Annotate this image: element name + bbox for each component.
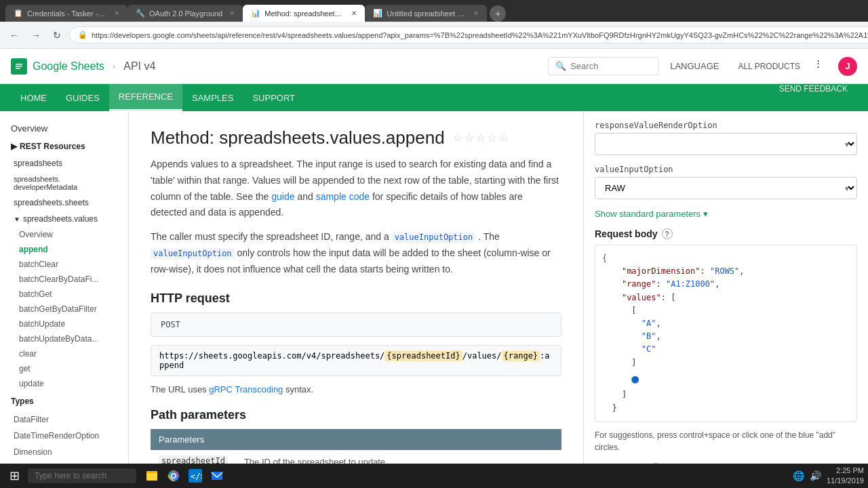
site-logo: Google Sheets › API v4 xyxy=(11,58,155,75)
sidebar-sv-update[interactable]: update xyxy=(0,376,128,391)
tab-close[interactable]: ✕ xyxy=(229,9,235,17)
tab-oauth[interactable]: 🔧 OAuth 2.0 Playground ✕ xyxy=(127,5,243,22)
taskbar-search-input[interactable] xyxy=(28,468,136,483)
sidebar: Overview ▶ REST Resources spreadsheets s… xyxy=(0,111,129,464)
star-5[interactable]: ☆ xyxy=(499,131,509,144)
tab-close[interactable]: ✕ xyxy=(114,9,119,17)
tab-favicon: 🔧 xyxy=(136,9,145,18)
star-1[interactable]: ☆ xyxy=(453,131,462,144)
forward-button[interactable]: → xyxy=(27,27,45,43)
sidebar-sv-batchupdatebydata[interactable]: batchUpdateByData... xyxy=(0,331,128,346)
response-select[interactable] xyxy=(595,133,857,155)
tab-favicon: 📋 xyxy=(14,9,23,18)
star-4[interactable]: ☆ xyxy=(488,131,497,144)
taskbar-apps: </> xyxy=(142,466,227,486)
sidebar-rest-resources[interactable]: ▶ REST Resources xyxy=(0,138,128,155)
taskbar-time: 2:25 PM 11/19/2019 xyxy=(827,466,864,487)
url-param-range: {range} xyxy=(502,350,540,361)
json-val-b: "B" xyxy=(642,331,656,341)
sidebar-sv-batchget[interactable]: batchGet xyxy=(0,287,128,302)
tab-method[interactable]: 📊 Method: spreadsheets.values.app... ✕ xyxy=(243,5,365,22)
sidebar-sv-get[interactable]: get xyxy=(0,361,128,376)
taskbar-right: 🌐 🔊 2:25 PM 11/19/2019 xyxy=(793,466,864,487)
help-icon[interactable]: ? xyxy=(662,228,673,239)
sidebar-sv-batchclear[interactable]: batchClear xyxy=(0,257,128,272)
svg-rect-3 xyxy=(16,68,20,69)
main-description-2: The caller must specify the spreadsheet … xyxy=(151,229,561,277)
sidebar-sv-batchupdate[interactable]: batchUpdate xyxy=(0,317,128,331)
valueinputoption-code-1: valueInputOption xyxy=(392,232,476,243)
sidebar-sv-batchgetbydatafilter[interactable]: batchGetByDataFilter xyxy=(0,302,128,317)
sidebar-type-dimension[interactable]: Dimension xyxy=(0,444,128,460)
nav-samples[interactable]: SAMPLES xyxy=(182,84,243,111)
all-products-button[interactable]: ALL PRODUCTS xyxy=(732,59,806,74)
back-button[interactable]: ← xyxy=(5,27,23,43)
new-tab-button[interactable]: + xyxy=(490,5,506,22)
svg-rect-5 xyxy=(146,473,157,481)
logo-product: Google Sheets xyxy=(33,60,104,73)
star-3[interactable]: ☆ xyxy=(476,131,486,144)
path-params-table: Parameters spreadsheetIdstring The ID of… xyxy=(151,429,561,464)
http-request-title: HTTP request xyxy=(151,291,561,306)
more-options-button[interactable]: ⋮ xyxy=(814,58,830,75)
system-icons: 🌐 🔊 xyxy=(793,470,821,481)
language-button[interactable]: LANGUAGE xyxy=(665,58,724,74)
taskbar-app-explorer[interactable] xyxy=(142,466,162,486)
sidebar-sv-batchclearbydatafi[interactable]: batchClearByDataFi... xyxy=(0,272,128,287)
reload-button[interactable]: ↻ xyxy=(49,27,65,43)
nav-home[interactable]: HOME xyxy=(11,84,56,111)
sidebar-spreadsheets[interactable]: spreadsheets xyxy=(0,155,128,171)
taskbar-app-vscode[interactable]: </> xyxy=(185,466,205,486)
sidebar-sv-overview[interactable]: Overview xyxy=(0,227,128,242)
nav-send-feedback[interactable]: SEND FEEDBACK xyxy=(770,84,857,94)
nav-reference[interactable]: REFERENCE xyxy=(109,84,182,111)
request-body-editor[interactable]: { "majorDimension": "ROWS", "range": "A1… xyxy=(595,245,857,422)
main-description: Appends values to a spreadsheet. The inp… xyxy=(151,157,561,221)
network-icon: 🌐 xyxy=(793,470,804,481)
value-input-select[interactable]: RAW INPUT_VALUE_OPTION_UNSPECIFIED USER_… xyxy=(595,177,857,199)
taskbar-app-chrome[interactable] xyxy=(163,466,184,486)
grpc-transcoding-link[interactable]: gRPC Transcoding xyxy=(209,384,283,394)
sidebar-type-datafilter[interactable]: DataFilter xyxy=(0,411,128,428)
nav-support[interactable]: SUPPORT xyxy=(243,84,304,111)
nav-guides[interactable]: GUIDES xyxy=(56,84,109,111)
sample-code-link[interactable]: sample code xyxy=(316,191,370,202)
http-method: POST xyxy=(151,312,561,337)
sidebar-spreadsheets-dev[interactable]: spreadsheets. developerMetadata xyxy=(0,171,128,195)
param-name: spreadsheetId xyxy=(159,455,228,464)
sidebar-spreadsheets-values[interactable]: ▼ spreadsheets.values xyxy=(0,211,128,227)
json-val-c: "C" xyxy=(642,344,656,354)
add-circle-icon[interactable]: ● xyxy=(631,371,639,386)
sidebar-type-datetimerenderoption[interactable]: DateTimeRenderOption xyxy=(0,428,128,444)
tab-bar: 📋 Credentials - Tasker - Google Cl... ✕ … xyxy=(0,0,868,22)
svg-rect-1 xyxy=(16,64,22,65)
tab-spreadsheet[interactable]: 📊 Untitled spreadsheet - Google S... ✕ xyxy=(365,5,487,22)
search-input[interactable] xyxy=(570,61,652,71)
sidebar-sv-clear[interactable]: clear xyxy=(0,346,128,361)
user-avatar[interactable]: J xyxy=(838,57,857,76)
right-panel: responseValueRenderOption valueInputOpti… xyxy=(583,111,868,464)
address-bar[interactable]: 🔒 https://developers.google.com/sheets/a… xyxy=(69,26,868,43)
svg-rect-12 xyxy=(212,472,222,480)
sidebar-spreadsheets-sheets[interactable]: spreadsheets.sheets xyxy=(0,195,128,211)
chevron-down-icon: ▾ xyxy=(703,209,708,219)
tab-close[interactable]: ✕ xyxy=(473,9,479,17)
tab-label: OAuth 2.0 Playground xyxy=(149,9,222,18)
url-block: https://sheets.googleapis.com/v4/spreads… xyxy=(151,345,561,376)
tab-credentials[interactable]: 📋 Credentials - Tasker - Google Cl... ✕ xyxy=(5,5,127,22)
value-input-label: valueInputOption xyxy=(595,165,857,174)
star-2[interactable]: ☆ xyxy=(465,131,474,144)
taskbar-app-mail[interactable] xyxy=(207,466,227,486)
start-button[interactable]: ⊞ xyxy=(4,466,25,486)
search-box[interactable]: 🔍 xyxy=(548,57,659,75)
star-rating[interactable]: ☆ ☆ ☆ ☆ ☆ xyxy=(453,131,509,144)
show-standard-params[interactable]: Show standard parameters ▾ xyxy=(595,209,857,219)
sidebar-overview[interactable]: Overview xyxy=(0,119,128,138)
sidebar-sv-append[interactable]: append xyxy=(0,242,128,257)
tab-close[interactable]: ✕ xyxy=(351,9,357,17)
tab-label: Untitled spreadsheet - Google S... xyxy=(387,9,467,18)
chevron-right-icon: ▶ xyxy=(11,142,17,151)
guide-link[interactable]: guide xyxy=(271,191,294,202)
json-key-range: "range" xyxy=(622,279,656,289)
json-val-range: "A1:Z1000" xyxy=(666,279,715,289)
